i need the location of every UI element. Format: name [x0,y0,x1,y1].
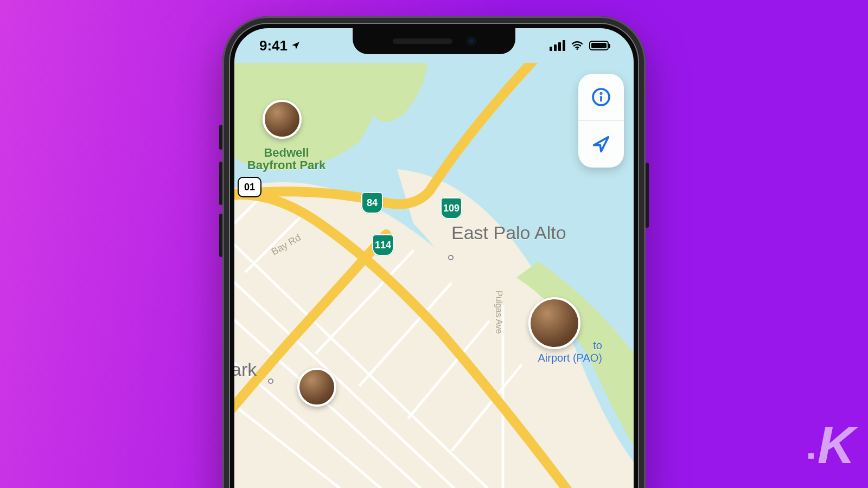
location-arrow-icon [291,41,301,50]
state-route-shield-109: 109 [441,197,462,219]
city-label-fragment: ark [234,360,257,380]
city-dot [448,255,454,260]
map-canvas[interactable]: 01 84 109 114 Bedwell Bayfront Park East… [234,63,634,488]
phone-screen: 9:41 [234,28,634,488]
locate-arrow-icon [590,133,612,155]
us-route-shield: 01 [238,177,261,197]
city-dot-2 [268,378,273,384]
promo-background: K 9:41 [0,0,868,488]
info-icon [590,86,612,108]
wifi-icon [571,39,584,52]
phone-notch [353,28,515,54]
map-control-stack [578,74,624,168]
map-locate-button[interactable] [578,121,624,168]
phone-frame: 9:41 [222,16,646,488]
person-pin-2[interactable] [528,297,580,349]
person-pin-3[interactable] [297,368,336,407]
state-route-shield-84: 84 [361,192,383,214]
state-route-shield-114: 114 [372,234,394,256]
cellular-icon [550,40,565,51]
battery-icon [589,41,609,50]
city-label: East Palo Alto [451,223,566,243]
svg-point-15 [601,93,602,94]
map-info-button[interactable] [578,74,624,120]
status-time: 9:41 [259,37,288,54]
person-pin-1[interactable] [263,100,302,139]
brand-watermark: K [818,415,853,475]
svg-point-0 [576,48,578,50]
park-label: Bedwell Bayfront Park [243,146,330,171]
road-label-pulgas-ave: Pulgas Ave [494,291,503,334]
